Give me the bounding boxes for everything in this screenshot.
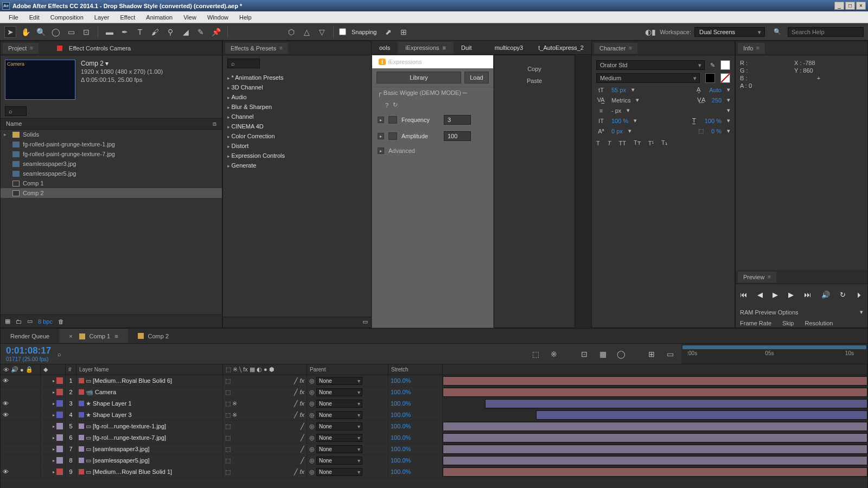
- stroke-swatch-bg[interactable]: [705, 73, 715, 83]
- zoom-tool[interactable]: 🔍: [35, 26, 47, 38]
- track-tool[interactable]: ⊡: [80, 26, 92, 38]
- font-family-select[interactable]: Orator Std: [596, 60, 705, 70]
- character-tab[interactable]: Character≡: [594, 43, 637, 54]
- tab-duit[interactable]: Duit: [454, 42, 480, 54]
- apply-icon[interactable]: ▭: [362, 318, 368, 325]
- snap-edge-icon[interactable]: ⬈: [382, 26, 394, 38]
- effect-category[interactable]: 3D Channel: [226, 82, 368, 92]
- audio-icon[interactable]: 🔊: [821, 291, 830, 299]
- twirl-icon[interactable]: ▸: [378, 147, 384, 154]
- effects-search-input[interactable]: ⌕: [227, 59, 260, 68]
- name-column[interactable]: Name: [6, 120, 22, 127]
- project-item[interactable]: Comp 2: [1, 188, 222, 198]
- effect-category[interactable]: CINEMA 4D: [226, 121, 368, 131]
- italic-icon[interactable]: T: [608, 140, 611, 146]
- type-tool[interactable]: T: [134, 26, 146, 38]
- workspace-select[interactable]: Dual Screens: [694, 27, 765, 37]
- effect-category[interactable]: Channel: [226, 112, 368, 121]
- ram-options-label[interactable]: RAM Preview Options: [740, 309, 799, 316]
- subscript-icon[interactable]: T₁: [661, 139, 667, 146]
- orbit-tool[interactable]: ◯: [50, 26, 62, 38]
- comp-thumbnail[interactable]: Camera: [5, 60, 75, 100]
- tracking-input[interactable]: 250: [712, 97, 722, 104]
- roto-tool[interactable]: ✎: [195, 26, 207, 38]
- last-frame-icon[interactable]: ⏭: [804, 291, 811, 299]
- kerning-select[interactable]: Metrics: [611, 97, 630, 104]
- menu-effect[interactable]: Effect: [114, 13, 141, 22]
- brush-tool[interactable]: 🖌: [149, 26, 161, 38]
- project-item[interactable]: fg-rolled-paint-grunge-texture-7.jpg: [1, 149, 222, 159]
- bpc-button[interactable]: 8 bpc: [38, 318, 53, 325]
- library-button[interactable]: Library: [376, 72, 461, 84]
- tsume-input[interactable]: 0 %: [711, 128, 722, 134]
- project-item[interactable]: ▸Solids: [1, 130, 222, 139]
- tab-iexpressions[interactable]: iExpressions≡: [398, 42, 454, 54]
- superscript-icon[interactable]: T¹: [648, 140, 654, 146]
- project-item[interactable]: fg-rolled-paint-grunge-texture-1.jpg: [1, 139, 222, 149]
- hand-tool[interactable]: ✋: [20, 26, 31, 38]
- baseline-input[interactable]: 0 px: [611, 128, 623, 134]
- prev-frame-icon[interactable]: ◀: [757, 291, 763, 299]
- brainstorm-icon[interactable]: ⊞: [646, 348, 658, 360]
- tab-autoexpress[interactable]: t_AutoExpress_2: [531, 42, 591, 54]
- leading-input[interactable]: Auto: [709, 87, 722, 93]
- project-tab[interactable]: Project≡: [3, 43, 39, 54]
- timeline-tab[interactable]: ×Comp 1 ≡: [59, 329, 127, 343]
- frame-blend-icon[interactable]: ⊡: [578, 348, 590, 360]
- loop-icon[interactable]: ↻: [840, 291, 846, 299]
- info-tab[interactable]: Info≡: [738, 43, 765, 54]
- tab-multicopy[interactable]: multicopy3: [487, 42, 531, 54]
- auto-keyframe-icon[interactable]: ▭: [664, 348, 676, 360]
- folder-icon[interactable]: 🗀: [16, 318, 22, 325]
- close-button[interactable]: ×: [856, 2, 866, 10]
- snap-grid-icon[interactable]: ⊞: [398, 26, 410, 38]
- axis-local-icon[interactable]: ⬡: [285, 26, 297, 38]
- menu-window[interactable]: Window: [202, 13, 234, 22]
- search-help-input[interactable]: Search Help: [788, 27, 864, 37]
- hscale-input[interactable]: 100 %: [705, 118, 722, 124]
- effect-category[interactable]: Audio: [226, 92, 368, 102]
- copy-button[interactable]: Copy: [527, 66, 541, 72]
- layer-row[interactable]: ▸8▭[seamlesspaper5.jpg]⬚╱◎None100.0%: [1, 455, 867, 466]
- project-item[interactable]: seamlesspaper3.jpg: [1, 159, 222, 169]
- project-item[interactable]: Comp 1: [1, 178, 222, 188]
- minimize-button[interactable]: _: [834, 2, 844, 10]
- shy-icon[interactable]: ※: [548, 348, 560, 360]
- new-comp-icon[interactable]: ▭: [27, 318, 33, 325]
- pickwhip-icon[interactable]: [388, 132, 397, 140]
- eyedropper-icon[interactable]: ✎: [710, 62, 715, 69]
- layer-row[interactable]: ▸6▭[fg-rol…runge-texture-7.jpg]⬚╱◎None10…: [1, 432, 867, 444]
- frequency-input[interactable]: 3: [444, 115, 471, 125]
- menu-help[interactable]: Help: [234, 13, 257, 22]
- first-frame-icon[interactable]: ⏮: [740, 291, 747, 299]
- trash-icon[interactable]: 🗑: [58, 318, 64, 325]
- effect-category[interactable]: Blur & Sharpen: [226, 102, 368, 112]
- shape-tool[interactable]: ▬: [104, 26, 116, 38]
- stamp-tool[interactable]: ⚲: [164, 26, 176, 38]
- effect-category[interactable]: * Animation Presets: [226, 73, 368, 82]
- smallcaps-icon[interactable]: Tᴛ: [634, 139, 641, 146]
- tree-icon[interactable]: ⧈: [213, 120, 216, 127]
- vscale-input[interactable]: 100 %: [611, 118, 628, 124]
- comp-name[interactable]: Comp 2 ▾: [81, 60, 163, 68]
- effect-category[interactable]: Generate: [226, 160, 368, 170]
- snapping-checkbox[interactable]: [339, 28, 346, 35]
- load-button[interactable]: Load: [464, 72, 489, 84]
- fill-swatch[interactable]: [720, 60, 730, 70]
- graph-icon[interactable]: ◯: [615, 348, 627, 360]
- layer-row[interactable]: 👁▸3★Shape Layer 1⬚※╱fx◎None100.0%: [1, 398, 867, 409]
- effects-presets-tab[interactable]: Effects & Presets≡: [225, 43, 288, 54]
- axis-view-icon[interactable]: ▽: [316, 26, 328, 38]
- menu-layer[interactable]: Layer: [89, 13, 115, 22]
- twirl-icon[interactable]: ▸: [378, 117, 384, 123]
- tab-tools[interactable]: ools: [372, 42, 398, 54]
- reset-icon[interactable]: ↻: [393, 101, 398, 108]
- menu-file[interactable]: File: [3, 13, 24, 22]
- comp-mini-icon[interactable]: ⬚: [529, 348, 541, 360]
- roi-tool[interactable]: ▭: [65, 26, 77, 38]
- amplitude-input[interactable]: 100: [444, 131, 471, 141]
- panel-menu-icon[interactable]: ≡: [279, 45, 283, 51]
- panel-menu-icon[interactable]: ≡: [30, 45, 33, 51]
- selection-tool[interactable]: ➤: [4, 26, 16, 38]
- preview-tab[interactable]: Preview≡: [738, 272, 776, 282]
